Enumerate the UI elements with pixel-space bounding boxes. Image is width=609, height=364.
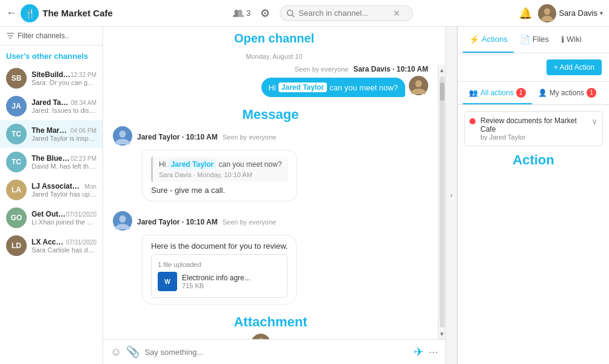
msg-seen: Seen by everyone [223,218,277,226]
action-item[interactable]: Review documents for Market Cafeby Jared… [464,111,603,146]
chat-input-bar: ☺ 📎 ✈ ··· [103,339,445,364]
channel-info: The Marke...04:06 PMJared Taylor is insp… [32,126,96,142]
all-subtab-label: All actions [480,89,514,97]
scroll-up-button[interactable]: ▲ [439,65,445,75]
attachment-file[interactable]: WElectronic info agre...715 KB [158,272,281,291]
msg-sender-name: Jared Taylor · 10:10 AM [137,133,218,141]
panel-toggle-icon: › [450,191,453,200]
scroll-down-button[interactable]: ▼ [439,329,445,339]
filter-bar: Filter channels.. [0,27,103,46]
chat-scrollbar[interactable]: ▲ ▼ [438,65,445,339]
topbar-right: 🔔 Sara Davis ▾ [519,4,603,22]
sidebar-item-lxaccount[interactable]: LDLX Accou...07/31/2020Sara Carlisle has… [0,232,103,260]
msg-bubble: Hi Jared Taylor can you meet now? [261,78,406,97]
mine-subtab-label: My actions [550,89,584,97]
members-number: 3 [246,8,251,18]
mine-subtab-badge: 1 [587,88,596,98]
sidebar-item-getoutta[interactable]: GOGet Outta...07/31/2020Li Xhao joined t… [0,204,103,232]
msg-row: Hi Jared Taylor can you meet now?Sara Da… [113,150,297,201]
right-tab-files[interactable]: 📄Files [514,27,555,53]
mine-subtab-icon: 👤 [538,89,547,97]
right-tab-actions[interactable]: ⚡Actions [463,27,514,53]
channel-name-row: SiteBuild U...12:32 PM [32,70,96,79]
send-button[interactable]: ✈ [414,345,424,359]
msg-meta: Jared Taylor · 10:10 AMSeen by everyone [113,126,276,147]
sidebar-item-bluec[interactable]: TCThe Blue C...02:23 PMDavid M. has left… [0,148,103,176]
filter-label: Filter channels.. [18,32,69,40]
channel-name-row: The Marke...04:06 PM [32,126,96,135]
right-panel: ⚡Actions📄FilesℹWiki + Add Action 👥All ac… [457,27,609,364]
search-input[interactable] [298,8,389,18]
channel-name: LX Accou... [32,238,66,246]
sidebar-item-sitebuild[interactable]: SBSiteBuild U...12:32 PMSara: Or you can… [0,64,103,92]
attachment-box: 1 file uploadedWElectronic info agre...7… [151,254,288,298]
right-tab-wiki[interactable]: ℹWiki [555,27,588,53]
attach-button[interactable]: 📎 [126,345,140,359]
search-clear-button[interactable]: ✕ [393,8,400,18]
topbar: ← 🍴 The Market Cafe 3 ⚙ ✕ 🔔 [0,0,609,27]
sidebar-section-title: User's other channels [0,46,103,64]
sidebar-item-themarket[interactable]: TCThe Marke...04:06 PMJared Taylor is in… [0,120,103,148]
msg-group: Jared Taylor · 10:10 AMSeen by everyoneH… [113,126,428,201]
emoji-button[interactable]: ☺ [110,346,121,359]
action-subtab-mine[interactable]: 👤My actions1 [532,82,602,104]
action-expand-button[interactable]: ∨ [591,116,597,126]
channel-name: Get Outta... [32,210,66,218]
scroll-thumb[interactable] [440,83,445,101]
chat-date: Monday, August 10 [103,50,445,65]
sidebar-item-ljassociates[interactable]: LALJ AssociatesMonJared Taylor has updat… [0,176,103,204]
svg-line-3 [292,15,295,17]
attachment-label: 1 file uploaded [158,261,281,268]
right-panel-tabs: ⚡Actions📄FilesℹWiki [458,27,609,53]
action-subtab-all[interactable]: 👥All actions1 [463,82,532,104]
action-title: Review documents for Market Cafe [480,116,587,133]
channel-info: LJ AssociatesMonJared Taylor has updated… [32,182,96,198]
channel-time: 07/31/2020 [66,211,96,218]
svg-point-0 [235,10,239,15]
msg-group: Jared Taylor · 10:10 AMSeen by everyoneH… [113,211,428,305]
chat-area: Open channel Monday, August 10 Seen by e… [103,27,445,364]
more-button[interactable]: ··· [429,346,438,359]
svg-point-2 [288,10,293,15]
add-action-bar: + Add Action [458,53,609,82]
quoted-message: Hi Jared Taylor can you meet now?Sara Da… [151,157,288,182]
members-count[interactable]: 3 [233,8,251,18]
msg-meta: Sara Davis · 10:13 AMSeen by everyone [113,334,271,339]
msg-content: Here is the document for you to review.1… [142,235,297,305]
chat-input[interactable] [144,348,409,357]
svg-point-10 [416,80,422,87]
filter-channels-button[interactable]: Filter channels.. [6,32,96,40]
settings-button[interactable]: ⚙ [260,7,270,20]
channel-avatar: JA [6,96,27,116]
channel-name: The Marke... [32,126,70,135]
channel-preview: David M. has left the cha... [32,163,96,170]
notifications-button[interactable]: 🔔 [519,7,532,20]
svg-point-12 [119,130,126,138]
back-button[interactable]: ← [6,7,17,19]
filter-icon [6,32,15,39]
msg-seen: Seen by everyone [223,133,277,141]
channel-name: The Blue C... [32,154,70,163]
attachment-annotation: Attachment [113,314,428,330]
search-bar: ✕ [280,5,413,21]
channel-name-row: The Blue C...02:23 PM [32,154,96,163]
channel-name-row: Get Outta...07/31/2020 [32,210,96,218]
actions-tab-icon: ⚡ [469,35,479,44]
members-icon [233,9,244,18]
channel-preview: Jared Taylor has updated... [32,190,96,198]
msg-row: Here is the document for you to review.1… [113,235,297,305]
channel-time: 12:32 PM [70,72,96,78]
add-action-button[interactable]: + Add Action [547,59,602,75]
channel-name: SiteBuild U... [32,70,70,79]
action-status-dot [469,118,476,124]
channel-name: Jared Tayl... [32,98,71,107]
channel-time: 07/31/2020 [66,239,96,246]
user-menu[interactable]: Sara Davis ▾ [538,4,603,22]
sidebar-item-jaredtaylor[interactable]: JAJared Tayl...08:34 AMJared: Issues to … [0,92,103,120]
all-subtab-badge: 1 [516,88,526,98]
avatar-image [538,4,556,22]
panel-toggle-button[interactable]: › [445,27,457,364]
svg-point-1 [238,10,243,15]
action-subtabs: 👥All actions1👤My actions1 [458,82,609,105]
files-tab-label: Files [533,35,549,44]
